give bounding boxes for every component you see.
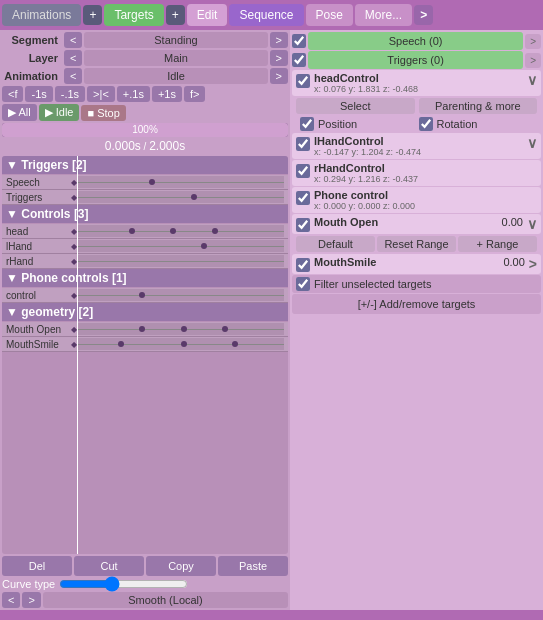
layer-next[interactable]: > — [270, 50, 288, 66]
layer-row: Layer < Main > — [2, 50, 288, 66]
copy-button[interactable]: Copy — [146, 556, 216, 576]
mouthopen-checkbox[interactable] — [296, 218, 310, 232]
headcontrol-parenting-btn[interactable]: Parenting & more — [419, 98, 538, 114]
tab-targets[interactable]: Targets — [104, 4, 163, 26]
mouthopen-value: 0.00 — [502, 216, 523, 228]
triggers-button[interactable]: Triggers (0) — [308, 51, 523, 69]
tl-dot-6 — [201, 243, 207, 249]
frame-end-btn[interactable]: f> — [184, 86, 205, 102]
headcontrol-expand[interactable]: ∨ — [527, 72, 537, 88]
add-remove-btn[interactable]: [+/-] Add/remove targets — [292, 294, 541, 314]
play-idle-btn[interactable]: ▶ Idle — [39, 104, 80, 121]
frame-center-btn[interactable]: >|< — [87, 86, 115, 102]
play-all-btn[interactable]: ▶ All — [2, 104, 37, 121]
curve-type-label: Curve type — [2, 578, 55, 590]
phonecontrol-checkbox[interactable] — [296, 191, 310, 205]
headcontrol-name: headControl — [314, 72, 418, 84]
tl-item-mouthopen-name: Mouth Open — [6, 324, 71, 335]
mouthopen-info: Mouth Open — [314, 216, 502, 228]
filter-checkbox[interactable] — [296, 277, 310, 291]
rhandcontrol-checkbox[interactable] — [296, 164, 310, 178]
segment-row: Segment < Standing > — [2, 32, 288, 48]
triggers-checkbox[interactable] — [292, 53, 306, 67]
curve-prev-btn[interactable]: < — [2, 592, 20, 608]
phonecontrol-header: Phone control x: 0.000 y: 0.000 z: 0.000 — [292, 187, 541, 213]
tl-dot-10 — [222, 326, 228, 332]
headcontrol-header: headControl x: 0.076 y: 1.831 z: -0.468 … — [292, 70, 541, 96]
mouthopen-default-btn[interactable]: Default — [296, 236, 375, 252]
tab-more[interactable]: More... — [355, 4, 412, 26]
rhandcontrol-coords: x: 0.294 y: 1.216 z: -0.437 — [314, 174, 418, 184]
del-button[interactable]: Del — [2, 556, 72, 576]
speech-button[interactable]: Speech (0) — [308, 32, 523, 50]
tl-track-mouthsmile — [77, 338, 284, 350]
headcontrol-sub-row: Select Parenting & more — [292, 97, 541, 115]
layer-label: Layer — [2, 52, 62, 64]
lhandcontrol-info: lHandControl x: -0.147 y: 1.204 z: -0.47… — [314, 135, 421, 157]
headcontrol-checkbox[interactable] — [296, 74, 310, 88]
frame-minus01s-btn[interactable]: -.1s — [55, 86, 85, 102]
tl-item-rhand: rHand ◆ — [2, 254, 288, 269]
tab-sequence[interactable]: Sequence — [229, 4, 303, 26]
lhandcontrol-expand[interactable]: ∨ — [527, 135, 537, 151]
phone-section-header[interactable]: ▼ Phone controls [1] — [2, 269, 288, 287]
segment-prev[interactable]: < — [64, 32, 82, 48]
segment-next[interactable]: > — [270, 32, 288, 48]
headcontrol-coords: x: 0.076 y: 1.831 z: -0.468 — [314, 84, 418, 94]
mouthsmile-checkbox[interactable] — [296, 258, 310, 272]
filter-label: Filter unselected targets — [314, 278, 431, 290]
frame-plus1s-btn[interactable]: +1s — [152, 86, 182, 102]
cut-button[interactable]: Cut — [74, 556, 144, 576]
mouthopen-resetrange-btn[interactable]: Reset Range — [377, 236, 456, 252]
stop-btn[interactable]: ■ Stop — [81, 105, 125, 121]
triggers-arrow[interactable]: > — [525, 53, 541, 68]
speech-arrow[interactable]: > — [525, 34, 541, 49]
mouthsmile-name: MouthSmile — [314, 256, 503, 268]
frame-plus01s-btn[interactable]: +.1s — [117, 86, 150, 102]
layer-prev[interactable]: < — [64, 50, 82, 66]
mouthopen-addrange-btn[interactable]: + Range — [458, 236, 537, 252]
tl-dot — [149, 179, 155, 185]
lhandcontrol-checkbox[interactable] — [296, 137, 310, 151]
triggers-section-header[interactable]: ▼ Triggers [2] — [2, 156, 288, 174]
paste-button[interactable]: Paste — [218, 556, 288, 576]
tab-pose[interactable]: Pose — [306, 4, 353, 26]
timeline-area[interactable]: ▼ Triggers [2] Speech ◆ Triggers ◆ — [2, 156, 288, 554]
controls-section-header[interactable]: ▼ Controls [3] — [2, 205, 288, 223]
mouthopen-expand[interactable]: ∨ — [527, 216, 537, 232]
frame-minus1s-btn[interactable]: -1s — [25, 86, 52, 102]
mouthsmile-expand[interactable]: > — [529, 256, 537, 272]
curve-value-row: < > Smooth (Local) — [2, 592, 288, 608]
triggers-section-label: ▼ Triggers [2] — [6, 158, 87, 172]
tl-item-lhand-name: lHand — [6, 241, 71, 252]
frame-start-btn[interactable]: <f — [2, 86, 23, 102]
animation-next[interactable]: > — [270, 68, 288, 84]
tl-item-triggers-name: Triggers — [6, 192, 71, 203]
mouthopen-header: Mouth Open 0.00 ∨ — [292, 214, 541, 234]
speech-checkbox[interactable] — [292, 34, 306, 48]
animation-row: Animation < Idle > — [2, 68, 288, 84]
phonecontrol-coords: x: 0.000 y: 0.000 z: 0.000 — [314, 201, 415, 211]
geometry-section-label: ▼ geometry [2] — [6, 305, 93, 319]
time-label: 0.000s / 2.000s — [2, 139, 288, 153]
curve-slider[interactable] — [59, 579, 188, 589]
scroll-right-arrow[interactable]: > — [414, 5, 433, 25]
animations-plus[interactable]: + — [83, 5, 102, 25]
curve-next-btn[interactable]: > — [22, 592, 40, 608]
animation-prev[interactable]: < — [64, 68, 82, 84]
tab-edit[interactable]: Edit — [187, 4, 228, 26]
segment-label: Segment — [2, 34, 62, 46]
bottom-buttons: Del Cut Copy Paste — [2, 556, 288, 576]
filter-row[interactable]: Filter unselected targets — [292, 275, 541, 293]
headcontrol-position-check[interactable] — [300, 117, 314, 131]
tl-dot-11 — [118, 341, 124, 347]
tl-dot-5 — [212, 228, 218, 234]
geometry-section-header[interactable]: ▼ geometry [2] — [2, 303, 288, 321]
tl-dot-13 — [232, 341, 238, 347]
headcontrol-rotation-check[interactable] — [419, 117, 433, 131]
progress-bar-container[interactable]: 100% — [2, 123, 288, 137]
headcontrol-select-btn[interactable]: Select — [296, 98, 415, 114]
tab-animations[interactable]: Animations — [2, 4, 81, 26]
targets-plus[interactable]: + — [166, 5, 185, 25]
tl-track-rhand — [77, 255, 284, 267]
